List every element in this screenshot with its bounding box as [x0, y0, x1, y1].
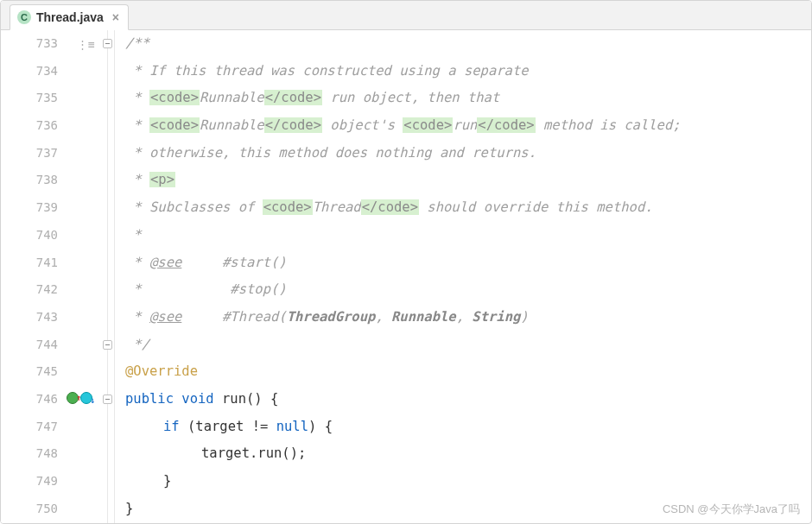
comment: Runnable — [200, 90, 264, 105]
type-ref: Runnable — [391, 309, 456, 325]
comment: * — [125, 227, 142, 243]
comment: Runnable — [200, 117, 264, 133]
comment: should override this method. — [419, 199, 653, 215]
comment: , — [456, 309, 473, 325]
code-tag: <code> — [149, 90, 200, 105]
comment: ) — [520, 309, 528, 325]
code-tag: </code> — [264, 117, 322, 133]
code-text: target — [201, 445, 250, 461]
comment: object's — [322, 117, 403, 133]
class-icon: C — [17, 10, 31, 24]
comment: Subclasses of — [149, 199, 263, 215]
keyword: public — [125, 391, 174, 407]
code-tag: <code> — [263, 199, 313, 215]
code-text: } — [163, 473, 171, 489]
comment: #stop() — [230, 281, 286, 297]
see-tag[interactable]: @see — [149, 309, 181, 325]
comment: Thread — [313, 199, 361, 215]
comment: , — [375, 309, 391, 325]
code-editor[interactable]: 7337347357367377387397407417427437447457… — [1, 30, 811, 523]
comment: * — [125, 145, 149, 161]
comment: * — [125, 281, 230, 297]
fold-handle[interactable] — [103, 395, 112, 404]
code-text: () { — [246, 391, 278, 407]
breadcrumb-icon[interactable]: ⋮≡ — [77, 38, 89, 50]
fold-column — [101, 30, 115, 523]
line-number-gutter: 7337347357367377387397407417427437447457… — [1, 30, 67, 523]
comment: #Thread( — [222, 309, 287, 325]
code-tag: </code> — [361, 199, 419, 215]
comment — [181, 309, 222, 325]
javadoc-end: */ — [125, 337, 149, 352]
code-tag: </code> — [264, 90, 322, 105]
watermark: CSDN @今天你学Java了吗 — [663, 502, 800, 517]
keyword: null — [276, 419, 308, 434]
comment-text: If this thread was constructed using a s… — [149, 63, 529, 79]
code-text: (target != — [180, 419, 276, 434]
comment: * — [125, 63, 149, 79]
code-tag: <code> — [149, 117, 200, 133]
code-text: .run(); — [250, 445, 306, 461]
comment: run object, then that — [322, 90, 499, 105]
comment: method is called; — [536, 117, 681, 133]
p-tag: <p> — [149, 172, 175, 187]
comment: otherwise, this method does nothing and … — [149, 145, 536, 161]
code-area[interactable]: /** * If this thread was constructed usi… — [115, 30, 811, 523]
code-text: ) { — [308, 419, 333, 434]
comment: * — [125, 255, 149, 270]
annotation: @Override — [125, 363, 198, 379]
comment: run — [453, 117, 477, 133]
comment: * — [125, 199, 149, 215]
comment: * — [125, 309, 149, 325]
fold-handle[interactable] — [103, 340, 112, 350]
file-tab[interactable]: C Thread.java × — [10, 4, 129, 30]
tab-bar: C Thread.java × — [1, 1, 811, 30]
gutter-icon-column: ⋮≡↑↓ — [67, 30, 101, 523]
type-ref: String — [472, 309, 520, 325]
keyword: if — [163, 419, 180, 434]
close-icon[interactable]: × — [112, 10, 119, 24]
code-tag: </code> — [477, 117, 535, 133]
override-gutter-icon[interactable]: ↑↓ — [67, 392, 92, 404]
code-tag: <code> — [403, 117, 453, 133]
comment: * — [125, 117, 149, 133]
comment: * — [125, 90, 149, 105]
see-tag[interactable]: @see — [149, 255, 181, 270]
comment: * — [125, 172, 149, 187]
comment: #start() — [181, 255, 286, 270]
code-text: } — [125, 501, 133, 516]
method-name: run — [222, 391, 246, 407]
keyword: void — [181, 391, 213, 407]
tab-filename: Thread.java — [36, 10, 104, 24]
type-ref: ThreadGroup — [287, 309, 376, 325]
javadoc-start: /** — [125, 35, 149, 51]
fold-handle[interactable] — [103, 39, 112, 48]
